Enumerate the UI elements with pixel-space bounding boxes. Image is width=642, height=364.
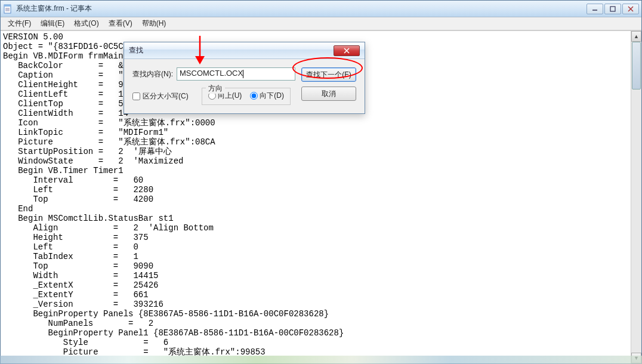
- dir-down-label: 向下(D): [260, 91, 284, 101]
- find-body: 查找内容(N): MSCOMCTL.OCX 区分大小写(C) 方向 向上: [124, 59, 365, 113]
- scroll-thumb[interactable]: [632, 42, 641, 90]
- svg-rect-6: [610, 7, 615, 11]
- maximize-button[interactable]: [604, 4, 621, 14]
- svg-rect-1: [4, 5, 11, 7]
- text-caret: [243, 70, 243, 78]
- find-title: 查找: [129, 45, 334, 55]
- titlebar[interactable]: 系统主窗体.frm - 记事本: [1, 1, 641, 17]
- menu-file[interactable]: 文件(F): [3, 17, 36, 30]
- menu-view[interactable]: 查看(V): [104, 17, 137, 30]
- find-input[interactable]: MSCOMCTL.OCX: [177, 67, 295, 81]
- vertical-scrollbar[interactable]: ▲ ▼: [631, 31, 641, 363]
- case-sensitive-checkbox[interactable]: 区分大小写(C): [132, 91, 189, 101]
- radio-down[interactable]: [250, 92, 258, 100]
- case-checkbox-input[interactable]: [132, 92, 140, 100]
- menu-format[interactable]: 格式(O): [69, 17, 103, 30]
- direction-group: 方向 向上(U) 向下(D): [202, 88, 291, 105]
- find-titlebar[interactable]: 查找: [124, 42, 365, 59]
- scroll-up-button[interactable]: ▲: [631, 31, 641, 42]
- taskbar-blur: [0, 356, 642, 364]
- window-controls: [585, 4, 639, 14]
- window-title: 系统主窗体.frm - 记事本: [16, 4, 585, 14]
- minimize-button[interactable]: [587, 4, 603, 14]
- find-close-button[interactable]: [334, 45, 360, 56]
- direction-legend: 方向: [206, 84, 225, 94]
- case-label: 区分大小写(C): [143, 91, 189, 101]
- find-dialog[interactable]: 查找 查找内容(N): MSCOMCTL.OCX 区分大小写(C): [124, 42, 365, 114]
- menu-help[interactable]: 帮助(H): [137, 17, 171, 30]
- window-close-button[interactable]: [622, 4, 639, 14]
- find-input-value: MSCOMCTL.OCX: [180, 69, 243, 78]
- find-next-button[interactable]: 查找下一个(F): [301, 67, 356, 82]
- menu-edit[interactable]: 编辑(E): [36, 17, 69, 30]
- find-cancel-button[interactable]: 取消: [301, 87, 356, 101]
- direction-down-radio[interactable]: 向下(D): [250, 91, 284, 101]
- menubar: 文件(F) 编辑(E) 格式(O) 查看(V) 帮助(H): [1, 17, 641, 30]
- find-content-label: 查找内容(N):: [132, 69, 173, 79]
- notepad-icon: [3, 4, 13, 14]
